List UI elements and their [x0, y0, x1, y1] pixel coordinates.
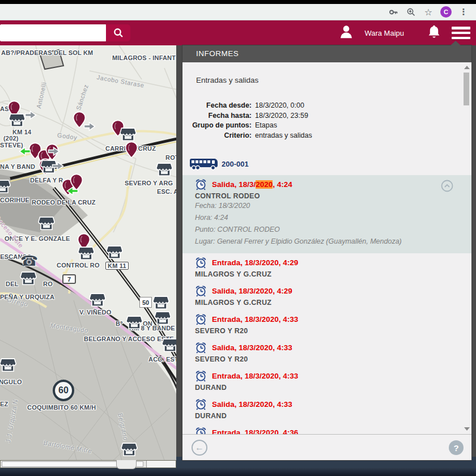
- collapse-chevron-icon[interactable]: [441, 180, 453, 192]
- entry-detail: Fecha: 18/3/2020: [195, 200, 471, 212]
- shop-marker-icon[interactable]: [38, 215, 55, 231]
- pin-marker-icon[interactable]: [125, 141, 138, 159]
- map-poi-label: AB?/PRADERAS DEL SOL KM: [1, 49, 93, 56]
- map-poi-label: CONTROL RO: [57, 262, 100, 269]
- search-button[interactable]: [106, 24, 130, 41]
- clock-icon: [195, 398, 207, 410]
- shop-marker-icon[interactable]: [121, 441, 138, 457]
- entry-title: Entrada, 18/3/2020, 4:29: [212, 258, 298, 267]
- shop-marker-icon[interactable]: [156, 162, 173, 177]
- map-poi-label: NA Y BAND: [0, 163, 35, 170]
- entry-title: Salida, 18/3/2020, 4:24: [212, 180, 292, 189]
- route-7-shield: 7: [62, 274, 76, 284]
- clock-icon: [195, 370, 207, 382]
- speed-60-sign: 60: [53, 380, 74, 401]
- map-poi-label: V. VIÑEDO: [79, 309, 111, 316]
- zoom-icon[interactable]: [405, 6, 416, 18]
- shop-marker-icon[interactable]: [20, 270, 37, 286]
- clock-icon: [195, 257, 207, 269]
- arrow-right-icon[interactable]: [52, 161, 64, 171]
- vehicle-row[interactable]: 200-001: [189, 157, 471, 171]
- clock-icon: [195, 342, 207, 354]
- panel-title: INFORMES: [182, 45, 471, 62]
- entry-place: DURAND: [195, 412, 471, 420]
- report-entry[interactable]: Entrada, 18/3/2020, 4:33DURAND: [182, 367, 471, 395]
- scroll-down-icon[interactable]: [464, 427, 470, 431]
- meta-label: Criterio:: [182, 131, 252, 141]
- entry-head: Salida, 18/3/2020, 4:33: [195, 342, 471, 354]
- shop-marker-icon[interactable]: [0, 178, 11, 194]
- shop-marker-icon[interactable]: [106, 244, 123, 260]
- user-icon[interactable]: [339, 24, 353, 41]
- shop-marker-icon[interactable]: [154, 310, 171, 325]
- map-poi-label: RODEO DE LA CRUZ: [32, 199, 96, 206]
- shop-marker-icon[interactable]: [120, 126, 137, 142]
- shop-marker-icon[interactable]: [152, 295, 169, 310]
- entry-title: Salida, 18/3/2020, 4:33: [212, 343, 292, 352]
- shop-marker-icon[interactable]: [0, 357, 16, 372]
- map-poi-label: EZ: [0, 401, 8, 407]
- meta-value: entradas y salidas: [255, 131, 312, 141]
- arrow-right-icon[interactable]: [48, 146, 60, 156]
- entries-list: Salida, 18/3/2020, 4:24CONTROL RODEOFech…: [182, 175, 471, 452]
- report-entry[interactable]: Salida, 18/3/2020, 4:33DURAND: [182, 395, 471, 423]
- hamburger-menu-icon[interactable]: [452, 27, 470, 39]
- map-poi-label: ÁNGULO: [0, 379, 22, 385]
- map-poi-label: SEVERO Y ARG: [125, 180, 173, 186]
- map[interactable]: AB?/PRADERAS DEL SOL KMMILAGROS - INFANT…: [0, 45, 182, 460]
- arrow-right-icon[interactable]: [83, 121, 96, 131]
- map-poi-label: DEL: [6, 280, 19, 287]
- entry-head: Entrada, 18/3/2020, 4:29: [195, 257, 471, 269]
- report-entry[interactable]: Entrada, 18/3/2020, 4:29MILAGROS Y G.CRU…: [182, 253, 471, 282]
- entry-detail: Hora: 4:24: [195, 212, 471, 224]
- report-entry[interactable]: Salida, 18/3/2020, 4:24CONTROL RODEOFech…: [182, 175, 471, 253]
- meta-label: Fecha hasta:: [182, 111, 252, 121]
- clock-icon: [195, 178, 207, 190]
- panel-scrollbar[interactable]: [463, 65, 470, 432]
- map-poi-label: BELGRANO Y ACCESO ESTE: [84, 335, 174, 342]
- map-horizontal-scrollbar[interactable]: [0, 460, 176, 468]
- map-poi-label: COQUIMBITO 60 KM/H: [27, 404, 96, 411]
- meta-label: Fecha desde:: [182, 101, 252, 111]
- bus-icon: [189, 157, 219, 171]
- shop-marker-icon[interactable]: [78, 245, 95, 261]
- entry-title: Entrada, 18/3/2020, 4:33: [212, 372, 298, 380]
- map-pull-tab[interactable]: [116, 460, 137, 469]
- entry-detail: Lugar: General Ferrer y Elpidio González…: [195, 236, 471, 248]
- browser-menu-icon[interactable]: ⋮: [458, 6, 469, 18]
- arrow-left-icon[interactable]: [19, 146, 31, 156]
- password-key-icon[interactable]: [388, 6, 399, 18]
- arrow-right-icon[interactable]: [24, 110, 37, 120]
- report-entry[interactable]: Entrada, 18/3/2020, 4:33SEVERO Y R20: [182, 310, 471, 338]
- browser-avatar[interactable]: C: [440, 6, 452, 18]
- arrow-left-icon[interactable]: [66, 186, 79, 196]
- report-entry[interactable]: Salida, 18/3/2020, 4:29MILAGROS Y G.CRUZ: [182, 282, 471, 310]
- help-button[interactable]: ?: [449, 440, 464, 455]
- report-title: Entradas y salidas: [196, 76, 471, 84]
- shop-marker-icon[interactable]: [8, 112, 26, 128]
- scroll-up-icon[interactable]: [464, 66, 470, 69]
- map-poi-label: Bº: [116, 320, 122, 327]
- panel-scrollbar-thumb[interactable]: [464, 73, 469, 105]
- entry-head: Salida, 18/3/2020, 4:24: [195, 178, 471, 190]
- back-button[interactable]: ←: [192, 440, 207, 456]
- shop-marker-icon[interactable]: [89, 292, 106, 307]
- entry-place: DURAND: [195, 384, 471, 392]
- map-poi-label: RO: [43, 280, 53, 287]
- panel-caret: [450, 41, 461, 46]
- informes-panel: INFORMES Entradas y salidas Fecha desde:…: [182, 45, 471, 460]
- shop-marker-icon[interactable]: [126, 314, 143, 330]
- screen: ☆ C ⋮ Wara Maipu: [0, 0, 476, 476]
- report-meta-row: Criterio:entradas y salidas: [182, 131, 471, 141]
- notifications-bell-icon[interactable]: [427, 24, 441, 42]
- bookmark-star-icon[interactable]: ☆: [423, 6, 434, 18]
- map-poi-label: DELFA Y R: [30, 177, 63, 184]
- app-header: Wara Maipu: [0, 20, 476, 45]
- search-input[interactable]: [0, 24, 106, 41]
- map-poi-label: (202): [3, 135, 19, 142]
- user-name[interactable]: Wara Maipu: [364, 29, 404, 37]
- entry-title: Salida, 18/3/2020, 4:33: [212, 400, 292, 409]
- entry-title: Entrada, 18/3/2020, 4:33: [212, 315, 298, 324]
- panel-body: Entradas y salidas Fecha desde:18/3/2020…: [182, 62, 471, 460]
- report-entry[interactable]: Salida, 18/3/2020, 4:33SEVERO Y R20: [182, 338, 471, 367]
